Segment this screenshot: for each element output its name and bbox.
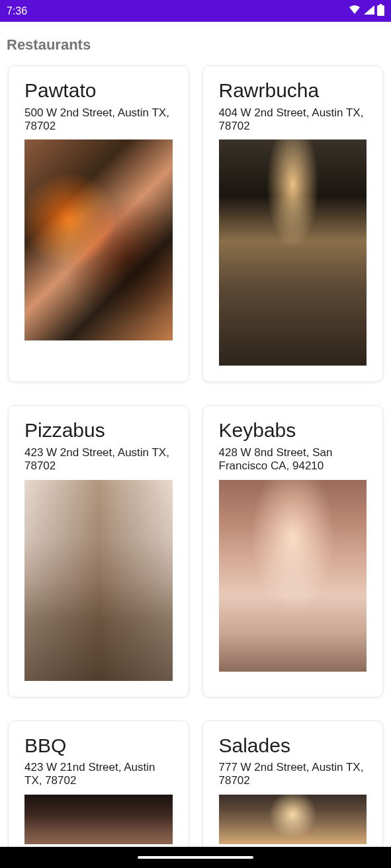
status-bar-right [348, 4, 384, 19]
status-time: 7:36 [7, 5, 27, 17]
navigation-bar [0, 847, 391, 868]
page-title: Restaurants [7, 22, 384, 65]
restaurant-card[interactable]: Pawtato 500 W 2nd Street, Austin TX, 787… [8, 65, 189, 382]
restaurant-name: BBQ [24, 734, 173, 758]
restaurant-address: 428 W 8nd Street, San Francisco CA, 9421… [219, 446, 367, 473]
restaurant-card[interactable]: Salades 777 W 2nd Street, Austin TX, 787… [202, 721, 384, 861]
restaurant-card[interactable]: Rawrbucha 404 W 2nd Street, Austin TX, 7… [202, 65, 384, 382]
status-bar: 7:36 [0, 0, 391, 22]
restaurant-image [219, 480, 367, 672]
signal-icon [363, 5, 375, 18]
restaurant-image [219, 795, 367, 844]
status-bar-left: 7:36 [7, 5, 27, 17]
restaurant-grid[interactable]: Pawtato 500 W 2nd Street, Austin TX, 787… [7, 65, 384, 861]
restaurant-name: Keybabs [219, 419, 367, 442]
restaurant-card[interactable]: Keybabs 428 W 8nd Street, San Francisco … [202, 405, 384, 697]
restaurant-card[interactable]: BBQ 423 W 21nd Street, Austin TX, 78702 [8, 721, 189, 861]
restaurant-name: Salades [219, 734, 367, 758]
restaurant-image [24, 480, 173, 681]
restaurant-address: 777 W 2nd Street, Austin TX, 78702 [219, 761, 367, 788]
restaurant-name: Rawrbucha [219, 79, 367, 102]
wifi-icon [348, 5, 361, 18]
restaurant-address: 423 W 21nd Street, Austin TX, 78702 [24, 761, 173, 788]
battery-icon [377, 4, 384, 19]
svg-rect-0 [377, 5, 384, 16]
restaurant-image [24, 139, 173, 340]
nav-handle[interactable] [138, 856, 253, 859]
restaurant-card[interactable]: Pizzabus 423 W 2nd Street, Austin TX, 78… [8, 405, 189, 697]
restaurant-name: Pizzabus [24, 419, 173, 442]
main-content: Restaurants Pawtato 500 W 2nd Street, Au… [0, 22, 391, 861]
restaurant-image [219, 139, 367, 366]
restaurant-address: 423 W 2nd Street, Austin TX, 78702 [24, 446, 173, 473]
svg-rect-1 [380, 4, 382, 6]
restaurant-name: Pawtato [24, 79, 173, 102]
restaurant-address: 500 W 2nd Street, Austin TX, 78702 [24, 106, 173, 134]
restaurant-address: 404 W 2nd Street, Austin TX, 78702 [219, 106, 367, 134]
restaurant-image [24, 795, 173, 844]
